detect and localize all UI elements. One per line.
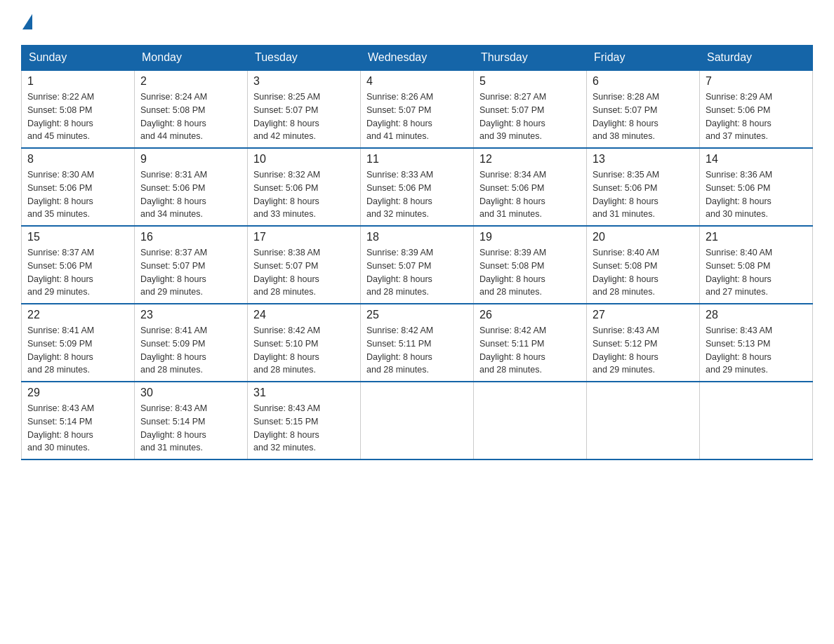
day-number: 2 [140,75,241,88]
day-info: Sunrise: 8:38 AMSunset: 5:07 PMDaylight:… [253,246,355,299]
header-saturday: Saturday [700,46,813,71]
day-info: Sunrise: 8:43 AMSunset: 5:12 PMDaylight:… [593,324,694,377]
calendar-cell [474,382,587,459]
day-info: Sunrise: 8:41 AMSunset: 5:09 PMDaylight:… [27,324,128,377]
day-number: 12 [479,153,581,166]
week-row-2: 8Sunrise: 8:30 AMSunset: 5:06 PMDaylight… [22,148,813,226]
calendar-cell: 18Sunrise: 8:39 AMSunset: 5:07 PMDayligh… [361,226,474,304]
day-info: Sunrise: 8:27 AMSunset: 5:07 PMDaylight:… [479,90,581,143]
day-info: Sunrise: 8:40 AMSunset: 5:08 PMDaylight:… [706,246,807,299]
calendar-cell: 3Sunrise: 8:25 AMSunset: 5:07 PMDaylight… [248,70,361,148]
day-info: Sunrise: 8:24 AMSunset: 5:08 PMDaylight:… [140,90,241,143]
calendar-cell: 26Sunrise: 8:42 AMSunset: 5:11 PMDayligh… [474,304,587,382]
day-info: Sunrise: 8:39 AMSunset: 5:08 PMDaylight:… [479,246,581,299]
day-info: Sunrise: 8:33 AMSunset: 5:06 PMDaylight:… [366,168,468,221]
calendar-cell: 10Sunrise: 8:32 AMSunset: 5:06 PMDayligh… [248,148,361,226]
day-number: 24 [253,309,355,321]
day-info: Sunrise: 8:34 AMSunset: 5:06 PMDaylight:… [479,168,581,221]
calendar-cell [587,382,700,459]
day-number: 23 [140,309,241,321]
calendar-cell [700,382,813,459]
calendar-cell: 25Sunrise: 8:42 AMSunset: 5:11 PMDayligh… [361,304,474,382]
day-number: 1 [27,75,128,88]
calendar-cell: 27Sunrise: 8:43 AMSunset: 5:12 PMDayligh… [587,304,700,382]
calendar-cell: 7Sunrise: 8:29 AMSunset: 5:06 PMDaylight… [700,70,813,148]
header-sunday: Sunday [22,46,135,71]
day-number: 21 [706,231,807,243]
calendar-cell: 11Sunrise: 8:33 AMSunset: 5:06 PMDayligh… [361,148,474,226]
day-info: Sunrise: 8:32 AMSunset: 5:06 PMDaylight:… [253,168,355,221]
day-number: 22 [27,309,128,321]
calendar-cell: 9Sunrise: 8:31 AMSunset: 5:06 PMDaylight… [135,148,248,226]
calendar-cell: 23Sunrise: 8:41 AMSunset: 5:09 PMDayligh… [135,304,248,382]
logo-triangle-icon [22,14,32,29]
day-number: 26 [479,309,581,321]
calendar-cell: 12Sunrise: 8:34 AMSunset: 5:06 PMDayligh… [474,148,587,226]
day-number: 28 [706,309,807,321]
day-number: 11 [366,153,468,166]
calendar-cell: 24Sunrise: 8:42 AMSunset: 5:10 PMDayligh… [248,304,361,382]
day-number: 16 [140,231,241,243]
week-row-4: 22Sunrise: 8:41 AMSunset: 5:09 PMDayligh… [22,304,813,382]
calendar-cell: 4Sunrise: 8:26 AMSunset: 5:07 PMDaylight… [361,70,474,148]
header-row: SundayMondayTuesdayWednesdayThursdayFrid… [22,46,813,71]
week-row-3: 15Sunrise: 8:37 AMSunset: 5:06 PMDayligh… [22,226,813,304]
day-number: 29 [27,387,128,399]
calendar-cell: 17Sunrise: 8:38 AMSunset: 5:07 PMDayligh… [248,226,361,304]
day-number: 30 [140,387,241,399]
day-info: Sunrise: 8:43 AMSunset: 5:13 PMDaylight:… [706,324,807,377]
calendar-cell: 19Sunrise: 8:39 AMSunset: 5:08 PMDayligh… [474,226,587,304]
day-info: Sunrise: 8:37 AMSunset: 5:06 PMDaylight:… [27,246,128,299]
calendar-cell: 31Sunrise: 8:43 AMSunset: 5:15 PMDayligh… [248,382,361,459]
calendar-cell [361,382,474,459]
day-info: Sunrise: 8:43 AMSunset: 5:14 PMDaylight:… [140,402,241,455]
week-row-1: 1Sunrise: 8:22 AMSunset: 5:08 PMDaylight… [22,70,813,148]
day-info: Sunrise: 8:30 AMSunset: 5:06 PMDaylight:… [27,168,128,221]
calendar-cell: 29Sunrise: 8:43 AMSunset: 5:14 PMDayligh… [22,382,135,459]
calendar-cell: 6Sunrise: 8:28 AMSunset: 5:07 PMDaylight… [587,70,700,148]
calendar-cell: 30Sunrise: 8:43 AMSunset: 5:14 PMDayligh… [135,382,248,459]
day-number: 7 [706,75,807,88]
header-wednesday: Wednesday [361,46,474,71]
day-number: 18 [366,231,468,243]
day-number: 25 [366,309,468,321]
logo [21,14,32,31]
day-number: 6 [593,75,694,88]
calendar-cell: 14Sunrise: 8:36 AMSunset: 5:06 PMDayligh… [700,148,813,226]
calendar-cell: 15Sunrise: 8:37 AMSunset: 5:06 PMDayligh… [22,226,135,304]
day-info: Sunrise: 8:39 AMSunset: 5:07 PMDaylight:… [366,246,468,299]
calendar-cell: 13Sunrise: 8:35 AMSunset: 5:06 PMDayligh… [587,148,700,226]
calendar-cell: 28Sunrise: 8:43 AMSunset: 5:13 PMDayligh… [700,304,813,382]
day-number: 19 [479,231,581,243]
day-info: Sunrise: 8:26 AMSunset: 5:07 PMDaylight:… [366,90,468,143]
day-number: 9 [140,153,241,166]
day-info: Sunrise: 8:28 AMSunset: 5:07 PMDaylight:… [593,90,694,143]
calendar-cell: 2Sunrise: 8:24 AMSunset: 5:08 PMDaylight… [135,70,248,148]
day-info: Sunrise: 8:35 AMSunset: 5:06 PMDaylight:… [593,168,694,221]
day-info: Sunrise: 8:43 AMSunset: 5:14 PMDaylight:… [27,402,128,455]
calendar-cell: 22Sunrise: 8:41 AMSunset: 5:09 PMDayligh… [22,304,135,382]
calendar-cell: 8Sunrise: 8:30 AMSunset: 5:06 PMDaylight… [22,148,135,226]
calendar-cell: 20Sunrise: 8:40 AMSunset: 5:08 PMDayligh… [587,226,700,304]
calendar-table: SundayMondayTuesdayWednesdayThursdayFrid… [21,45,813,460]
header [21,14,813,31]
day-info: Sunrise: 8:42 AMSunset: 5:10 PMDaylight:… [253,324,355,377]
calendar-cell: 21Sunrise: 8:40 AMSunset: 5:08 PMDayligh… [700,226,813,304]
day-info: Sunrise: 8:37 AMSunset: 5:07 PMDaylight:… [140,246,241,299]
header-monday: Monday [135,46,248,71]
day-number: 20 [593,231,694,243]
day-info: Sunrise: 8:40 AMSunset: 5:08 PMDaylight:… [593,246,694,299]
day-info: Sunrise: 8:22 AMSunset: 5:08 PMDaylight:… [27,90,128,143]
header-friday: Friday [587,46,700,71]
day-info: Sunrise: 8:36 AMSunset: 5:06 PMDaylight:… [706,168,807,221]
day-info: Sunrise: 8:25 AMSunset: 5:07 PMDaylight:… [253,90,355,143]
header-thursday: Thursday [474,46,587,71]
calendar-cell: 16Sunrise: 8:37 AMSunset: 5:07 PMDayligh… [135,226,248,304]
header-tuesday: Tuesday [248,46,361,71]
day-number: 31 [253,387,355,399]
day-number: 14 [706,153,807,166]
week-row-5: 29Sunrise: 8:43 AMSunset: 5:14 PMDayligh… [22,382,813,459]
day-info: Sunrise: 8:42 AMSunset: 5:11 PMDaylight:… [479,324,581,377]
day-number: 5 [479,75,581,88]
day-number: 4 [366,75,468,88]
